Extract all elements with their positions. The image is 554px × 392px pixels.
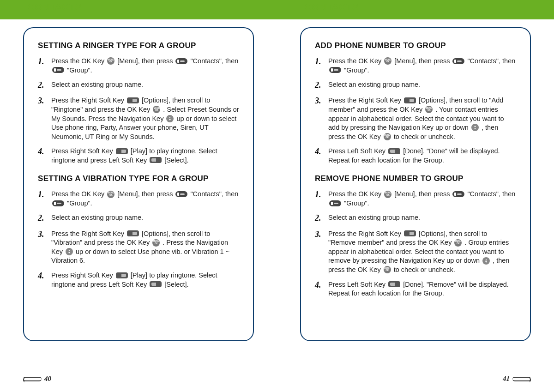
step-item: 3. Press the Right Soft Key [Options], t… [315, 96, 516, 141]
left-page: CONTACTS SETTING A RINGER TYPE FOR A GRO… [0, 0, 277, 392]
page-number-right-text: 41 [503, 375, 510, 383]
step-text: Press the Right Soft Key [Options], then… [51, 96, 239, 141]
steps-list: 1. Press the OK Key [Menu], then press "… [315, 190, 516, 298]
right-soft-key-icon [404, 230, 416, 236]
number-key-icon [329, 200, 341, 206]
step-item: 3. Press the Right Soft Key [Options], t… [38, 96, 239, 141]
section-heading: SETTING A RINGER TYPE FOR A GROUP [38, 41, 239, 50]
step-number: 2. [315, 79, 326, 90]
section-heading: SETTING A VIBRATION TYPE FOR A GROUP [38, 174, 239, 183]
step-number: 4. [38, 270, 49, 281]
step-text: Press the OK Key [Menu], then press "Con… [328, 190, 516, 208]
step-text: Press the Right Soft Key [Options], then… [328, 229, 516, 275]
step-item: 3. Press the Right Soft Key [Options], t… [38, 229, 239, 265]
right-soft-key-icon [404, 97, 416, 103]
left-soft-key-icon [388, 281, 400, 287]
step-item: 2. Select an existing group name. [38, 80, 239, 90]
step-item: 1. Press the OK Key [Menu], then press "… [315, 57, 516, 75]
number-key-icon [52, 200, 64, 206]
step-number: 1. [38, 189, 49, 200]
step-text: Select an existing group name. [51, 80, 239, 90]
left-soft-key-icon [388, 148, 400, 154]
menu-ok-icon [384, 266, 391, 273]
page-title-right: CONTACTS [305, 2, 531, 12]
step-number: 2. [315, 212, 326, 223]
steps-list: 1. Press the OK Key [Menu], then press "… [38, 190, 239, 289]
right-soft-key-icon [127, 230, 139, 236]
menu-ok-icon [107, 191, 114, 198]
left-soft-key-icon [150, 157, 162, 163]
left-soft-key-icon [150, 281, 162, 287]
menu-ok-icon [384, 191, 391, 198]
step-number: 4. [315, 279, 326, 290]
step-number: 1. [315, 56, 326, 67]
number-key-icon [452, 191, 464, 197]
step-item: 2. Select an existing group name. [38, 213, 239, 223]
menu-ok-icon [384, 57, 391, 65]
menu-ok-icon [107, 57, 114, 65]
menu-ok-icon [152, 239, 160, 247]
step-number: 3. [315, 229, 326, 240]
menu-ok-icon [384, 133, 391, 140]
step-number: 4. [38, 146, 49, 157]
step-text: Press Left Soft Key [Done]. "Remove" wil… [328, 280, 516, 298]
step-item: 4. Press Left Soft Key [Done]. "Remove" … [315, 280, 516, 298]
nav-key-icon [471, 124, 479, 131]
section-heading: ADD PHONE NUMBER TO GROUP [315, 41, 516, 50]
step-number: 3. [38, 229, 49, 240]
step-item: 1. Press the OK Key [Menu], then press "… [38, 190, 239, 208]
step-text: Press Left Soft Key [Done]. "Done" will … [328, 147, 516, 165]
right-soft-key-icon [127, 97, 139, 103]
steps-list: 1. Press the OK Key [Menu], then press "… [315, 57, 516, 165]
step-text: Press Right Soft Key [Play] to play ring… [51, 147, 239, 165]
step-number: 3. [315, 95, 326, 106]
right-page: CONTACTS ADD PHONE NUMBER TO GROUP 1. Pr… [277, 0, 554, 392]
left-card: SETTING A RINGER TYPE FOR A GROUP 1. Pre… [23, 27, 254, 341]
step-item: 2. Select an existing group name. [315, 213, 516, 223]
number-key-icon [452, 58, 464, 64]
section-heading: REMOVE PHONE NUMBER TO GROUP [315, 174, 516, 183]
nav-key-icon [166, 115, 174, 122]
number-key-icon [52, 67, 64, 73]
step-number: 4. [315, 146, 326, 157]
steps-list: 1. Press the OK Key [Menu], then press "… [38, 57, 239, 165]
step-number: 2. [38, 79, 49, 90]
right-card: ADD PHONE NUMBER TO GROUP 1. Press the O… [300, 27, 531, 341]
page-spread: CONTACTS SETTING A RINGER TYPE FOR A GRO… [0, 0, 554, 392]
page-number-right: 41 [503, 375, 531, 383]
step-item: 3. Press the Right Soft Key [Options], t… [315, 229, 516, 275]
step-text: Press the OK Key [Menu], then press "Con… [51, 190, 239, 208]
menu-ok-icon [454, 239, 462, 247]
menu-ok-icon [153, 106, 160, 113]
number-key-icon [175, 58, 187, 64]
nav-key-icon [482, 257, 490, 265]
step-text: Press the Right Soft Key [Options], then… [51, 229, 239, 265]
page-number-left: 40 [23, 375, 51, 383]
step-item: 1. Press the OK Key [Menu], then press "… [315, 190, 516, 208]
step-text: Select an existing group name. [328, 80, 516, 90]
step-number: 1. [38, 56, 49, 67]
number-key-icon [175, 191, 187, 197]
page-number-left-text: 40 [44, 375, 51, 383]
step-text: Select an existing group name. [328, 213, 516, 223]
step-item: 4. Press Right Soft Key [Play] to play r… [38, 271, 239, 289]
step-item: 2. Select an existing group name. [315, 80, 516, 90]
page-title-left: CONTACTS [28, 2, 254, 12]
step-text: Press the OK Key [Menu], then press "Con… [328, 57, 516, 75]
right-soft-key-icon [116, 148, 128, 154]
step-item: 4. Press Right Soft Key [Play] to play r… [38, 147, 239, 165]
step-item: 1. Press the OK Key [Menu], then press "… [38, 57, 239, 75]
step-item: 4. Press Left Soft Key [Done]. "Done" wi… [315, 147, 516, 165]
step-text: Press the OK Key [Menu], then press "Con… [51, 57, 239, 75]
step-number: 3. [38, 95, 49, 106]
step-number: 2. [38, 212, 49, 223]
menu-ok-icon [425, 106, 433, 113]
number-key-icon [329, 67, 341, 73]
step-number: 1. [315, 189, 326, 200]
step-text: Press Right Soft Key [Play] to play ring… [51, 271, 239, 289]
nav-key-icon [66, 248, 73, 255]
step-text: Press the Right Soft Key [Options], then… [328, 96, 516, 141]
right-soft-key-icon [116, 272, 128, 278]
step-text: Select an existing group name. [51, 213, 239, 223]
